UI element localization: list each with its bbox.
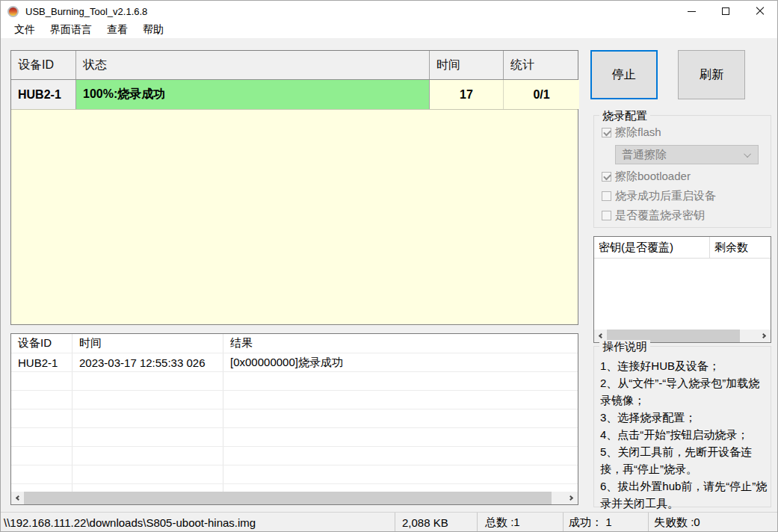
stop-button[interactable]: 停止 xyxy=(590,50,658,99)
status-failed-count: 失败数 :0 xyxy=(649,513,777,532)
close-button[interactable] xyxy=(743,1,777,22)
burn-status-cell: 100%:烧录成功 xyxy=(76,80,430,109)
reboot-label: 烧录成功后重启设备 xyxy=(615,189,716,203)
log-result-cell: [0x00000000]烧录成功 xyxy=(223,353,578,371)
log-empty-row xyxy=(11,391,578,409)
key-table: 密钥(是否覆盖) 剩余数 xyxy=(593,236,771,343)
status-total-count: 总数 :1 xyxy=(478,513,564,532)
instructions-group: 操作说明 1、连接好HUB及设备； 2、从“文件”-“导入烧录包”加载烧录镜像；… xyxy=(593,346,771,507)
chevron-down-icon xyxy=(744,150,751,158)
checkbox-unchecked-icon xyxy=(602,191,611,201)
log-row[interactable]: HUB2-1 2023-03-17 12:55:33 026 [0x000000… xyxy=(11,353,578,372)
status-file-size: 2,088 KB xyxy=(395,513,478,532)
menu-bar: 文件 界面语言 查看 帮助 xyxy=(1,22,777,38)
overwrite-key-label: 是否覆盖烧录密钥 xyxy=(615,208,705,223)
erase-mode-dropdown[interactable]: 普通擦除 xyxy=(615,145,759,164)
log-table-header: 设备ID 时间 结果 xyxy=(11,334,578,353)
app-icon xyxy=(7,6,19,17)
scroll-right-button[interactable] xyxy=(758,330,771,342)
log-table-rows: 设备ID 时间 结果 HUB2-1 2023-03-17 12:55:33 02… xyxy=(11,334,578,492)
log-table-scrollbar[interactable] xyxy=(11,492,578,504)
checkbox-unchecked-icon xyxy=(602,211,611,220)
scroll-right-button[interactable] xyxy=(565,492,578,504)
close-icon xyxy=(756,7,765,16)
chevron-left-icon xyxy=(599,333,604,338)
header-stats: 统计 xyxy=(504,51,579,79)
log-header-time: 时间 xyxy=(72,334,223,353)
menu-file[interactable]: 文件 xyxy=(7,22,43,37)
instruction-line: 2、从“文件”-“导入烧录包”加载烧录镜像； xyxy=(600,374,768,409)
checkbox-erase-bootloader[interactable]: 擦除bootloader xyxy=(602,170,691,182)
instruction-line: 6、拔出外置hub前，请先“停止”烧录并关闭工具。 xyxy=(600,477,768,512)
scroll-left-button[interactable] xyxy=(11,492,24,504)
log-table: 设备ID 时间 结果 HUB2-1 2023-03-17 12:55:33 02… xyxy=(10,333,578,505)
erase-flash-label: 擦除flash xyxy=(615,126,661,140)
log-empty-row xyxy=(11,428,578,447)
status-bar: \\192.168.111.22\downloads\S805-uboot-hi… xyxy=(1,512,777,532)
menu-view[interactable]: 查看 xyxy=(99,22,135,37)
menu-help[interactable]: 帮助 xyxy=(135,22,171,37)
maximize-icon xyxy=(722,7,729,15)
checkbox-checked-icon xyxy=(602,172,611,182)
erase-mode-value: 普通擦除 xyxy=(622,148,667,162)
window-controls xyxy=(674,1,777,22)
instruction-line: 1、连接好HUB及设备； xyxy=(600,357,768,374)
chevron-right-icon xyxy=(761,333,766,338)
log-device-cell: HUB2-1 xyxy=(11,353,72,371)
burn-config-group: 烧录配置 擦除flash 普通擦除 擦除bootloader 烧录成功后重启设备… xyxy=(593,115,771,228)
erase-bootloader-label: 擦除bootloader xyxy=(615,170,691,184)
refresh-button[interactable]: 刷新 xyxy=(678,50,745,99)
log-empty-row xyxy=(11,484,578,492)
header-time: 时间 xyxy=(430,51,504,79)
checkbox-erase-flash[interactable]: 擦除flash xyxy=(602,126,661,138)
checkbox-checked-icon xyxy=(602,128,611,137)
scrollbar-thumb[interactable] xyxy=(24,492,552,504)
instruction-line: 5、关闭工具前，先断开设备连接，再“停止”烧录。 xyxy=(600,443,768,477)
device-row[interactable]: HUB2-1 100%:烧录成功 17 0/1 xyxy=(11,80,578,110)
header-key: 密钥(是否覆盖) xyxy=(594,237,710,258)
menu-language[interactable]: 界面语言 xyxy=(43,22,99,37)
log-empty-row xyxy=(11,447,578,466)
status-file-path: \\192.168.111.22\downloads\S805-uboot-hi… xyxy=(1,513,395,532)
instructions-title: 操作说明 xyxy=(599,340,650,354)
key-table-header: 密钥(是否覆盖) 剩余数 xyxy=(594,237,771,259)
burn-time-cell: 17 xyxy=(430,80,504,109)
log-empty-row xyxy=(11,466,578,484)
instruction-line: 4、点击“开始”按钮启动烧录； xyxy=(600,426,768,443)
chevron-left-icon xyxy=(16,495,21,501)
checkbox-reboot-after-success[interactable]: 烧录成功后重启设备 xyxy=(602,190,716,202)
burn-config-title: 烧录配置 xyxy=(599,109,650,123)
checkbox-overwrite-key[interactable]: 是否覆盖烧录密钥 xyxy=(602,209,705,221)
header-device-id: 设备ID xyxy=(11,51,76,79)
log-empty-row xyxy=(11,372,578,391)
instruction-line: 3、选择烧录配置； xyxy=(600,409,768,426)
log-header-result: 结果 xyxy=(223,334,578,353)
instructions-text: 1、连接好HUB及设备； 2、从“文件”-“导入烧录包”加载烧录镜像； 3、选择… xyxy=(600,357,768,512)
device-status-table: 设备ID 状态 时间 统计 HUB2-1 100%:烧录成功 17 0/1 xyxy=(10,50,578,325)
window-title: USB_Burning_Tool_v2.1.6.8 xyxy=(25,6,147,17)
minimize-icon xyxy=(688,11,696,12)
chevron-right-icon xyxy=(568,495,573,501)
log-empty-row xyxy=(11,409,578,428)
device-table-header: 设备ID 状态 时间 统计 xyxy=(11,51,578,80)
header-remaining: 剩余数 xyxy=(710,237,771,258)
burn-stats-cell: 0/1 xyxy=(504,80,579,109)
minimize-button[interactable] xyxy=(674,1,708,22)
key-table-body xyxy=(594,259,771,330)
log-header-device: 设备ID xyxy=(11,334,72,353)
maximize-button[interactable] xyxy=(708,1,743,22)
app-window: USB_Burning_Tool_v2.1.6.8 文件 界面语言 查看 帮助 … xyxy=(0,0,778,532)
device-id-cell: HUB2-1 xyxy=(11,80,76,109)
header-status: 状态 xyxy=(76,51,430,79)
log-time-cell: 2023-03-17 12:55:33 026 xyxy=(72,353,223,371)
status-success-count: 成功： 1 xyxy=(564,513,649,532)
title-bar: USB_Burning_Tool_v2.1.6.8 xyxy=(1,1,777,22)
